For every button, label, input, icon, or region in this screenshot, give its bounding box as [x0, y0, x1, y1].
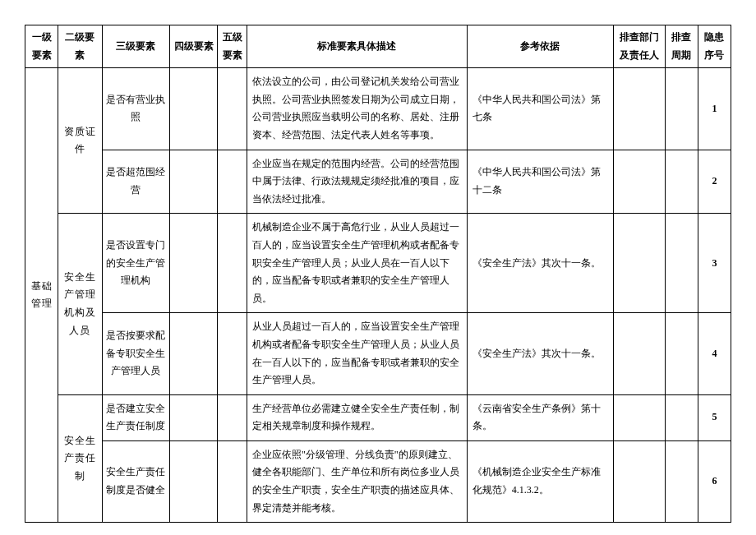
l4-cell — [170, 313, 218, 394]
seq-cell: 4 — [698, 313, 731, 394]
ref-cell: 《安全生产法》其次十一条。 — [467, 313, 613, 394]
header-desc: 标准要素具体描述 — [247, 25, 467, 68]
cycle-cell — [665, 214, 698, 313]
l1-cell: 基础管理 — [25, 68, 58, 523]
l4-cell — [170, 214, 218, 313]
l4-cell — [170, 394, 218, 440]
l5-cell — [218, 394, 247, 440]
header-l1: 一级要素 — [25, 25, 58, 68]
cycle-cell — [665, 150, 698, 214]
table-row: 基础管理 资质证件 是否有营业执照 依法设立的公司，由公司登记机关发给公司营业执… — [25, 68, 731, 150]
l4-cell — [170, 68, 218, 150]
header-dept: 排查部门及责任人 — [614, 25, 665, 68]
seq-cell: 1 — [698, 68, 731, 150]
header-l5: 五级要素 — [218, 25, 247, 68]
dept-cell — [614, 150, 665, 214]
dept-cell — [614, 68, 665, 150]
l5-cell — [218, 68, 247, 150]
header-seq: 隐患序号 — [698, 25, 731, 68]
l5-cell — [218, 440, 247, 522]
desc-cell: 机械制造企业不属于高危行业，从业人员超过一百人的，应当设置安全生产管理机构或者配… — [247, 214, 467, 313]
l3-cell: 是否按要求配备专职安全生产管理人员 — [102, 313, 170, 394]
ref-cell: 《机械制造企业安全生产标准化规范》4.1.3.2。 — [467, 440, 613, 522]
desc-cell: 企业应依照"分级管理、分线负责"的原则建立、健全各职能部门、生产单位和所有岗位多… — [247, 440, 467, 522]
seq-cell: 5 — [698, 394, 731, 440]
seq-cell: 3 — [698, 214, 731, 313]
table-row: 是否按要求配备专职安全生产管理人员 从业人员超过一百人的，应当设置安全生产管理机… — [25, 313, 731, 394]
l3-cell: 是否超范围经营 — [102, 150, 170, 214]
l2-cell: 安全生产责任制 — [58, 394, 103, 523]
desc-cell: 依法设立的公司，由公司登记机关发给公司营业执照。公司营业执照签发日期为公司成立日… — [247, 68, 467, 150]
header-cycle: 排查周期 — [665, 25, 698, 68]
l5-cell — [218, 150, 247, 214]
header-ref: 参考依据 — [467, 25, 613, 68]
safety-element-table: 一级要素 二级要素 三级要素 四级要素 五级要素 标准要素具体描述 参考依据 排… — [25, 25, 731, 523]
desc-cell: 企业应当在规定的范围内经营。公司的经营范围中属于法律、行政法规规定须经批准的项目… — [247, 150, 467, 214]
ref-cell: 《中华人民共和国公司法》第十二条 — [467, 150, 613, 214]
dept-cell — [614, 440, 665, 522]
l4-cell — [170, 440, 218, 522]
l3-cell: 安全生产责任制度是否健全 — [102, 440, 170, 522]
l2-cell: 安全生产管理机构及人员 — [58, 214, 103, 394]
seq-cell: 2 — [698, 150, 731, 214]
l5-cell — [218, 214, 247, 313]
cycle-cell — [665, 68, 698, 150]
dept-cell — [614, 313, 665, 394]
table-row: 安全生产责任制 是否建立安全生产责任制度 生产经营单位必需建立健全安全生产责任制… — [25, 394, 731, 440]
header-l3: 三级要素 — [102, 25, 170, 68]
dept-cell — [614, 394, 665, 440]
desc-cell: 从业人员超过一百人的，应当设置安全生产管理机构或者配备专职安全生产管理人员；从业… — [247, 313, 467, 394]
seq-cell: 6 — [698, 440, 731, 522]
ref-cell: 《安全生产法》其次十一条。 — [467, 214, 613, 313]
table-row: 安全生产责任制度是否健全 企业应依照"分级管理、分线负责"的原则建立、健全各职能… — [25, 440, 731, 522]
cycle-cell — [665, 394, 698, 440]
l2-cell: 资质证件 — [58, 68, 103, 214]
table-row: 是否超范围经营 企业应当在规定的范围内经营。公司的经营范围中属于法律、行政法规规… — [25, 150, 731, 214]
ref-cell: 《云南省安全生产条例》第十条。 — [467, 394, 613, 440]
cycle-cell — [665, 313, 698, 394]
l3-cell: 是否有营业执照 — [102, 68, 170, 150]
l3-cell: 是否建立安全生产责任制度 — [102, 394, 170, 440]
ref-cell: 《中华人民共和国公司法》第七条 — [467, 68, 613, 150]
header-l4: 四级要素 — [170, 25, 218, 68]
dept-cell — [614, 214, 665, 313]
l5-cell — [218, 313, 247, 394]
l3-cell: 是否设置专门的安全生产管理机构 — [102, 214, 170, 313]
l4-cell — [170, 150, 218, 214]
header-l2: 二级要素 — [58, 25, 103, 68]
cycle-cell — [665, 440, 698, 522]
desc-cell: 生产经营单位必需建立健全安全生产责任制，制定相关规章制度和操作规程。 — [247, 394, 467, 440]
table-row: 安全生产管理机构及人员 是否设置专门的安全生产管理机构 机械制造企业不属于高危行… — [25, 214, 731, 313]
